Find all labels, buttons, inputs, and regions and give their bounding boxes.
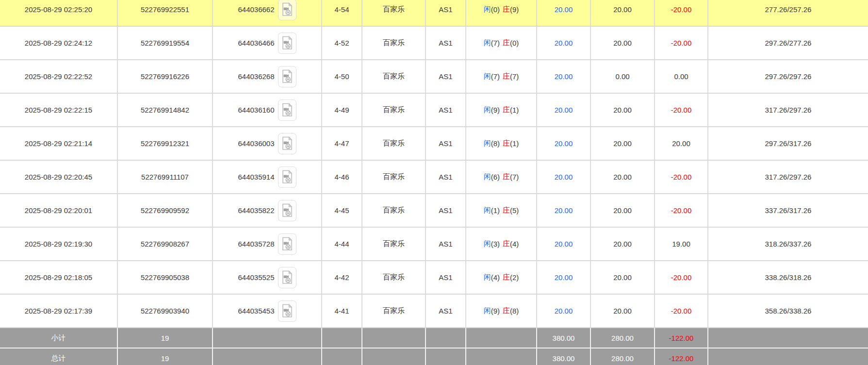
cell-round-text: 4-49 — [334, 106, 349, 114]
cell-result: 闲(9)庄(8) — [466, 295, 537, 327]
cell-win-loss-text: -20.00 — [671, 206, 692, 215]
cell-result: 闲(9)庄(1) — [466, 94, 537, 126]
cell-game-type-text: 百家乐 — [383, 105, 405, 115]
cell-bet-amount: 20.00 — [537, 295, 591, 327]
cell-result: 闲(3)庄(4) — [466, 228, 537, 260]
cell-bet-amount: 20.00 — [537, 228, 591, 260]
player-score: (0) — [491, 5, 500, 14]
cell-bet-amount: 20.00 — [537, 94, 591, 126]
player-label: 闲 — [484, 306, 491, 315]
player-label: 闲 — [484, 273, 491, 282]
cell-round-text: 4-41 — [334, 307, 349, 315]
cell-bet-amount-text: 20.00 — [555, 106, 573, 114]
replay-video-button[interactable] — [278, 200, 296, 221]
summary-cell-bet-amount: 380.00 — [537, 328, 591, 348]
cell-game-type-text: 百家乐 — [383, 72, 405, 81]
replay-video-button[interactable] — [278, 0, 296, 20]
cell-valid-amount: 0.00 — [591, 60, 655, 93]
cell-table: AS1 — [426, 295, 466, 327]
cell-bet-amount-text: 20.00 — [555, 273, 573, 282]
player-score: (8) — [491, 139, 500, 148]
cell-win-loss: -20.00 — [655, 295, 708, 327]
cell-bet-id: 522769916226 — [118, 60, 213, 93]
video-file-icon — [281, 136, 293, 150]
cell-time: 2025-08-29 02:18:05 — [0, 261, 118, 294]
banker-label: 庄 — [503, 273, 510, 282]
cell-time: 2025-08-29 02:19:30 — [0, 228, 118, 260]
cell-round-text: 4-50 — [334, 72, 349, 81]
cell-balance: 337.26/317.26 — [708, 194, 868, 227]
video-file-icon — [281, 203, 293, 217]
banker-score: (5) — [510, 206, 519, 215]
cell-win-loss: 20.00 — [655, 127, 708, 160]
replay-video-button[interactable] — [278, 233, 296, 255]
replay-video-button[interactable] — [278, 300, 296, 322]
summary-cell-balance — [708, 328, 868, 348]
cell-bet-id-text: 522769909592 — [141, 206, 189, 215]
cell-result: 闲(4)庄(2) — [466, 261, 537, 294]
replay-video-button[interactable] — [278, 267, 296, 288]
banker-score: (7) — [510, 173, 519, 181]
cell-game-id: 644036160 — [213, 94, 322, 126]
table-row: 2025-08-29 02:22:15522769914842644036160… — [0, 94, 868, 127]
cell-balance-text: 337.26/317.26 — [765, 206, 812, 215]
video-file-icon — [281, 69, 293, 83]
cell-table: AS1 — [426, 94, 466, 126]
cell-round-text: 4-45 — [334, 206, 349, 215]
cell-game-id-text: 644035822 — [238, 206, 274, 215]
cell-table: AS1 — [426, 161, 466, 193]
player-score: (7) — [491, 39, 500, 47]
cell-win-loss-text: -20.00 — [671, 173, 692, 181]
table-row: 2025-08-29 02:20:45522769911107644035914… — [0, 161, 868, 194]
cell-game-id: 644036466 — [213, 27, 322, 59]
cell-time-text: 2025-08-29 02:21:14 — [25, 139, 92, 148]
replay-video-button[interactable] — [278, 166, 296, 188]
table-row: 2025-08-29 02:22:52522769916226644036268… — [0, 60, 868, 94]
cell-round: 4-41 — [322, 295, 362, 327]
cell-bet-id: 522769922551 — [118, 0, 213, 26]
video-file-icon — [281, 2, 293, 17]
bet-rows: 2025-08-29 02:25:20522769922551644036662… — [0, 0, 868, 328]
cell-table-text: AS1 — [439, 106, 452, 114]
banker-score: (4) — [510, 240, 519, 248]
video-file-icon — [281, 103, 293, 117]
cell-game-id: 644036003 — [213, 127, 322, 160]
banker-label: 庄 — [503, 172, 510, 182]
cell-win-loss: 19.00 — [655, 228, 708, 260]
cell-valid-amount: 20.00 — [591, 261, 655, 294]
cell-result: 闲(1)庄(5) — [466, 194, 537, 227]
cell-bet-amount-text: 20.00 — [555, 72, 573, 81]
cell-bet-id: 522769911107 — [118, 161, 213, 193]
banker-label: 庄 — [503, 72, 510, 81]
cell-balance: 317.26/297.26 — [708, 94, 868, 126]
cell-round: 4-49 — [322, 94, 362, 126]
cell-bet-id-text: 522769916226 — [141, 72, 189, 81]
cell-balance-text: 338.26/318.26 — [765, 273, 812, 282]
cell-bet-amount: 20.00 — [537, 194, 591, 227]
cell-time: 2025-08-29 02:17:39 — [0, 295, 118, 327]
replay-video-button[interactable] — [278, 33, 296, 54]
summary-cell-time: 小计 — [0, 328, 118, 348]
cell-table: AS1 — [426, 194, 466, 227]
replay-video-button[interactable] — [278, 66, 296, 87]
cell-bet-id-text: 522769912321 — [141, 139, 189, 148]
summary-bet_total: 380.00 — [553, 354, 575, 363]
player-score: (6) — [491, 173, 500, 181]
player-label: 闲 — [484, 172, 491, 182]
cell-table-text: AS1 — [439, 173, 452, 181]
cell-result: 闲(8)庄(1) — [466, 127, 537, 160]
cell-game-id: 644036268 — [213, 60, 322, 93]
cell-bet-id-text: 522769919554 — [141, 39, 189, 47]
cell-valid-amount-text: 20.00 — [613, 39, 632, 47]
replay-video-button[interactable] — [278, 100, 296, 121]
player-label: 闲 — [484, 239, 491, 249]
table-row: 2025-08-29 02:21:14522769912321644036003… — [0, 127, 868, 161]
cell-valid-amount: 20.00 — [591, 194, 655, 227]
replay-video-button[interactable] — [278, 133, 296, 154]
summary-cell-round — [322, 348, 362, 365]
cell-win-loss-text: 0.00 — [674, 72, 688, 81]
summary-cell-game-type — [362, 328, 426, 348]
cell-game-id-text: 644036268 — [238, 72, 274, 81]
cell-round: 4-52 — [322, 27, 362, 59]
cell-time-text: 2025-08-29 02:19:30 — [25, 240, 92, 248]
